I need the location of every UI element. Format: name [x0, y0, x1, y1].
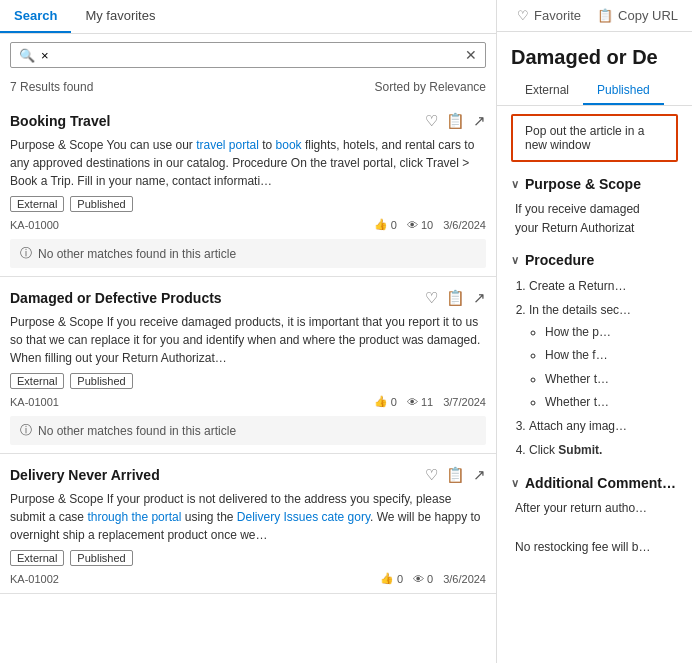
- article-header-delivery: Delivery Never Arrived ♡ 📋 ↗: [10, 466, 486, 484]
- article-stats-booking: 👍 0 👁 10 3/6/2024: [374, 218, 486, 231]
- procedure-item-4: Click Submit.: [529, 440, 678, 462]
- chevron-procedure: ∨: [511, 254, 519, 267]
- article-actions-damaged: ♡ 📋 ↗: [425, 289, 486, 307]
- portal-link[interactable]: through the portal: [87, 510, 181, 524]
- copy-url-label: Copy URL: [618, 8, 678, 23]
- search-icon: 🔍: [19, 48, 35, 63]
- article-header: Booking Travel ♡ 📋 ↗: [10, 112, 486, 130]
- tab-search[interactable]: Search: [0, 0, 71, 33]
- section-purpose: ∨ Purpose & Scope If you receive damaged…: [511, 176, 678, 238]
- search-input[interactable]: [41, 48, 465, 63]
- procedure-subitems: How the p… How the f… Whether t… Whether…: [529, 322, 678, 414]
- no-matches-booking: ⓘ No other matches found in this article: [10, 239, 486, 268]
- delivery-issues-link[interactable]: Delivery Issues cate gory: [237, 510, 370, 524]
- subitem-1: How the p…: [545, 322, 678, 344]
- article-tabs: External Published: [497, 77, 692, 106]
- right-article-title: Damaged or De: [497, 32, 692, 77]
- left-panel: Search My favorites 🔍 ✕ 7 Results found …: [0, 0, 497, 663]
- tag-published-damaged: Published: [70, 373, 132, 389]
- tags-delivery: External Published: [10, 550, 486, 566]
- share-icon-booking[interactable]: 📋: [446, 112, 465, 130]
- share-icon-damaged[interactable]: 📋: [446, 289, 465, 307]
- date-booking: 3/6/2024: [443, 219, 486, 231]
- subitem-4: Whether t…: [545, 392, 678, 414]
- article-stats-delivery: 👍 0 👁 0 3/6/2024: [380, 572, 486, 585]
- favorite-action[interactable]: ♡ Favorite: [517, 8, 581, 23]
- articles-list: Booking Travel ♡ 📋 ↗ Purpose & Scope You…: [0, 100, 496, 663]
- section-header-procedure[interactable]: ∨ Procedure: [511, 252, 678, 268]
- section-body-purpose: If you receive damagedyour Return Author…: [511, 200, 678, 238]
- copy-url-action[interactable]: 📋 Copy URL: [597, 8, 678, 23]
- info-icon-booking: ⓘ: [20, 245, 32, 262]
- procedure-item-3: Attach any imag…: [529, 416, 678, 438]
- tags-damaged: External Published: [10, 373, 486, 389]
- chevron-comments: ∨: [511, 477, 519, 490]
- tag-external-booking: External: [10, 196, 64, 212]
- tab-favorites[interactable]: My favorites: [71, 0, 169, 33]
- tag-external-delivery: External: [10, 550, 64, 566]
- tabs-bar: Search My favorites: [0, 0, 496, 34]
- section-title-purpose: Purpose & Scope: [525, 176, 641, 192]
- search-container: 🔍 ✕: [10, 42, 486, 68]
- heart-icon: ♡: [517, 8, 529, 23]
- procedure-item-1: Create a Return…: [529, 276, 678, 298]
- chevron-purpose: ∨: [511, 178, 519, 191]
- section-title-comments: Additional Comment…: [525, 475, 676, 491]
- article-id-booking: KA-01000: [10, 219, 59, 231]
- views-booking: 👁 10: [407, 219, 433, 231]
- no-matches-damaged: ⓘ No other matches found in this article: [10, 416, 486, 445]
- no-matches-text-damaged: No other matches found in this article: [38, 424, 236, 438]
- section-comments: ∨ Additional Comment… After your return …: [511, 475, 678, 557]
- article-id-delivery: KA-01002: [10, 573, 59, 585]
- article-actions-delivery: ♡ 📋 ↗: [425, 466, 486, 484]
- article-tab-published[interactable]: Published: [583, 77, 664, 105]
- right-panel: ♡ Favorite 📋 Copy URL Damaged or De Exte…: [497, 0, 692, 663]
- article-body-booking: Purpose & Scope You can use our travel p…: [10, 136, 486, 190]
- book-link[interactable]: book: [276, 138, 302, 152]
- article-header-damaged: Damaged or Defective Products ♡ 📋 ↗: [10, 289, 486, 307]
- sort-label: Sorted by Relevance: [375, 80, 486, 94]
- favorite-icon-delivery[interactable]: ♡: [425, 466, 438, 484]
- article-title-booking: Booking Travel: [10, 113, 425, 129]
- article-meta-delivery: KA-01002 👍 0 👁 0 3/6/2024: [10, 572, 486, 585]
- external-link-icon-delivery[interactable]: ↗: [473, 466, 486, 484]
- info-icon-damaged: ⓘ: [20, 422, 32, 439]
- no-matches-text-booking: No other matches found in this article: [38, 247, 236, 261]
- procedure-item-2: In the details sec… How the p… How the f…: [529, 300, 678, 414]
- tags-booking: External Published: [10, 196, 486, 212]
- views-damaged: 👁 11: [407, 396, 433, 408]
- article-item-damaged: Damaged or Defective Products ♡ 📋 ↗ Purp…: [0, 277, 496, 454]
- favorite-label: Favorite: [534, 8, 581, 23]
- external-link-icon-damaged[interactable]: ↗: [473, 289, 486, 307]
- right-header: ♡ Favorite 📋 Copy URL: [497, 0, 692, 32]
- share-icon-delivery[interactable]: 📋: [446, 466, 465, 484]
- external-link-icon-booking[interactable]: ↗: [473, 112, 486, 130]
- section-header-comments[interactable]: ∨ Additional Comment…: [511, 475, 678, 491]
- tag-published-booking: Published: [70, 196, 132, 212]
- procedure-list: Create a Return… In the details sec… How…: [511, 276, 678, 461]
- section-procedure: ∨ Procedure Create a Return… In the deta…: [511, 252, 678, 461]
- favorite-icon-damaged[interactable]: ♡: [425, 289, 438, 307]
- views-delivery: 👁 0: [413, 573, 433, 585]
- tag-published-delivery: Published: [70, 550, 132, 566]
- clear-icon[interactable]: ✕: [465, 47, 477, 63]
- article-meta-damaged: KA-01001 👍 0 👁 11 3/7/2024: [10, 395, 486, 408]
- likes-damaged: 👍 0: [374, 395, 397, 408]
- article-item-delivery: Delivery Never Arrived ♡ 📋 ↗ Purpose & S…: [0, 454, 496, 594]
- likes-delivery: 👍 0: [380, 572, 403, 585]
- favorite-icon-booking[interactable]: ♡: [425, 112, 438, 130]
- pop-out-banner[interactable]: Pop out the article in a new window: [511, 114, 678, 162]
- section-title-procedure: Procedure: [525, 252, 594, 268]
- article-content: ∨ Purpose & Scope If you receive damaged…: [497, 176, 692, 571]
- section-header-purpose[interactable]: ∨ Purpose & Scope: [511, 176, 678, 192]
- article-body-delivery: Purpose & Scope If your product is not d…: [10, 490, 486, 544]
- article-actions: ♡ 📋 ↗: [425, 112, 486, 130]
- article-meta-booking: KA-01000 👍 0 👁 10 3/6/2024: [10, 218, 486, 231]
- submit-bold: Submit.: [558, 443, 602, 457]
- article-tab-external[interactable]: External: [511, 77, 583, 105]
- copy-icon: 📋: [597, 8, 613, 23]
- article-item-booking: Booking Travel ♡ 📋 ↗ Purpose & Scope You…: [0, 100, 496, 277]
- article-id-damaged: KA-01001: [10, 396, 59, 408]
- section-body-comments: After your return autho…No restocking fe…: [511, 499, 678, 557]
- travel-portal-link[interactable]: travel portal: [196, 138, 259, 152]
